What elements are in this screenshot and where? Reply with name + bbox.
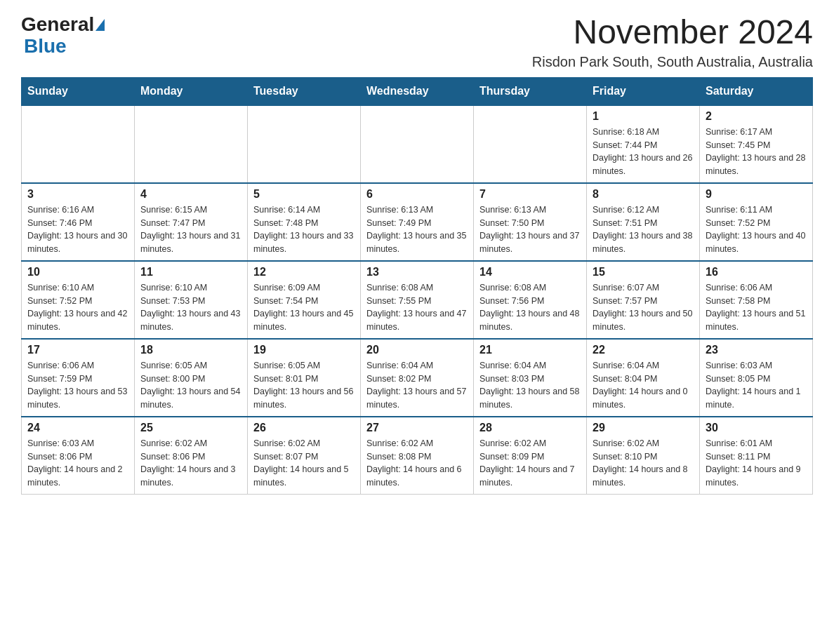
calendar-day-cell: 30Sunrise: 6:01 AM Sunset: 8:11 PM Dayli… bbox=[700, 417, 813, 495]
calendar-day-cell: 6Sunrise: 6:13 AM Sunset: 7:49 PM Daylig… bbox=[361, 183, 474, 261]
day-number: 4 bbox=[140, 188, 241, 201]
day-info: Sunrise: 6:16 AM Sunset: 7:46 PM Dayligh… bbox=[27, 203, 128, 256]
day-info: Sunrise: 6:04 AM Sunset: 8:03 PM Dayligh… bbox=[479, 359, 581, 412]
calendar-day-cell: 17Sunrise: 6:06 AM Sunset: 7:59 PM Dayli… bbox=[22, 339, 135, 417]
title-area: November 2024 Risdon Park South, South A… bbox=[532, 14, 813, 70]
day-info: Sunrise: 6:05 AM Sunset: 8:01 PM Dayligh… bbox=[253, 359, 355, 412]
calendar-day-cell bbox=[361, 105, 474, 183]
day-number: 23 bbox=[706, 344, 807, 356]
day-number: 27 bbox=[366, 422, 468, 434]
calendar-table: SundayMondayTuesdayWednesdayThursdayFrid… bbox=[21, 77, 813, 495]
calendar-column-header: Saturday bbox=[700, 77, 813, 105]
day-info: Sunrise: 6:06 AM Sunset: 7:59 PM Dayligh… bbox=[27, 359, 128, 412]
calendar-day-cell: 14Sunrise: 6:08 AM Sunset: 7:56 PM Dayli… bbox=[474, 261, 587, 339]
day-info: Sunrise: 6:11 AM Sunset: 7:52 PM Dayligh… bbox=[706, 203, 807, 256]
day-number: 22 bbox=[593, 344, 694, 356]
day-info: Sunrise: 6:13 AM Sunset: 7:49 PM Dayligh… bbox=[366, 203, 468, 256]
day-number: 14 bbox=[479, 266, 581, 279]
calendar-day-cell: 16Sunrise: 6:06 AM Sunset: 7:58 PM Dayli… bbox=[700, 261, 813, 339]
calendar-day-cell: 7Sunrise: 6:13 AM Sunset: 7:50 PM Daylig… bbox=[474, 183, 587, 261]
day-info: Sunrise: 6:09 AM Sunset: 7:54 PM Dayligh… bbox=[253, 281, 355, 334]
calendar-day-cell: 8Sunrise: 6:12 AM Sunset: 7:51 PM Daylig… bbox=[587, 183, 700, 261]
day-info: Sunrise: 6:03 AM Sunset: 8:05 PM Dayligh… bbox=[706, 359, 807, 412]
day-number: 8 bbox=[593, 188, 694, 201]
day-number: 17 bbox=[27, 344, 128, 356]
calendar-day-cell bbox=[248, 105, 361, 183]
month-title: November 2024 bbox=[532, 14, 813, 51]
day-info: Sunrise: 6:08 AM Sunset: 7:55 PM Dayligh… bbox=[366, 281, 468, 334]
calendar-day-cell: 28Sunrise: 6:02 AM Sunset: 8:09 PM Dayli… bbox=[474, 417, 587, 495]
calendar-week-row: 24Sunrise: 6:03 AM Sunset: 8:06 PM Dayli… bbox=[22, 417, 813, 495]
day-number: 24 bbox=[27, 422, 128, 434]
day-number: 26 bbox=[253, 422, 355, 434]
day-info: Sunrise: 6:02 AM Sunset: 8:10 PM Dayligh… bbox=[593, 437, 694, 490]
day-info: Sunrise: 6:04 AM Sunset: 8:02 PM Dayligh… bbox=[366, 359, 468, 412]
logo-general-text: General bbox=[21, 14, 94, 36]
day-number: 16 bbox=[706, 266, 807, 279]
day-info: Sunrise: 6:01 AM Sunset: 8:11 PM Dayligh… bbox=[706, 437, 807, 490]
calendar-day-cell: 23Sunrise: 6:03 AM Sunset: 8:05 PM Dayli… bbox=[700, 339, 813, 417]
day-number: 18 bbox=[140, 344, 241, 356]
calendar-week-row: 10Sunrise: 6:10 AM Sunset: 7:52 PM Dayli… bbox=[22, 261, 813, 339]
day-number: 5 bbox=[253, 188, 355, 201]
day-info: Sunrise: 6:02 AM Sunset: 8:09 PM Dayligh… bbox=[479, 437, 581, 490]
day-info: Sunrise: 6:15 AM Sunset: 7:47 PM Dayligh… bbox=[140, 203, 241, 256]
calendar-day-cell: 24Sunrise: 6:03 AM Sunset: 8:06 PM Dayli… bbox=[22, 417, 135, 495]
calendar-day-cell: 2Sunrise: 6:17 AM Sunset: 7:45 PM Daylig… bbox=[700, 105, 813, 183]
day-number: 11 bbox=[140, 266, 241, 279]
day-number: 12 bbox=[253, 266, 355, 279]
page-header: General Blue November 2024 Risdon Park S… bbox=[21, 14, 813, 70]
day-info: Sunrise: 6:17 AM Sunset: 7:45 PM Dayligh… bbox=[706, 126, 807, 178]
calendar-day-cell: 1Sunrise: 6:18 AM Sunset: 7:44 PM Daylig… bbox=[587, 105, 700, 183]
day-number: 13 bbox=[366, 266, 468, 279]
day-info: Sunrise: 6:14 AM Sunset: 7:48 PM Dayligh… bbox=[253, 203, 355, 256]
day-number: 7 bbox=[479, 188, 581, 201]
calendar-day-cell: 4Sunrise: 6:15 AM Sunset: 7:47 PM Daylig… bbox=[135, 183, 248, 261]
calendar-day-cell: 11Sunrise: 6:10 AM Sunset: 7:53 PM Dayli… bbox=[135, 261, 248, 339]
day-info: Sunrise: 6:06 AM Sunset: 7:58 PM Dayligh… bbox=[706, 281, 807, 334]
day-info: Sunrise: 6:04 AM Sunset: 8:04 PM Dayligh… bbox=[593, 359, 694, 412]
day-number: 1 bbox=[593, 110, 694, 123]
day-number: 20 bbox=[366, 344, 468, 356]
calendar-header-row: SundayMondayTuesdayWednesdayThursdayFrid… bbox=[22, 77, 813, 105]
calendar-day-cell: 9Sunrise: 6:11 AM Sunset: 7:52 PM Daylig… bbox=[700, 183, 813, 261]
day-number: 19 bbox=[253, 344, 355, 356]
calendar-day-cell: 20Sunrise: 6:04 AM Sunset: 8:02 PM Dayli… bbox=[361, 339, 474, 417]
day-info: Sunrise: 6:02 AM Sunset: 8:08 PM Dayligh… bbox=[366, 437, 468, 490]
calendar-day-cell: 29Sunrise: 6:02 AM Sunset: 8:10 PM Dayli… bbox=[587, 417, 700, 495]
day-info: Sunrise: 6:10 AM Sunset: 7:52 PM Dayligh… bbox=[27, 281, 128, 334]
day-number: 15 bbox=[593, 266, 694, 279]
day-info: Sunrise: 6:10 AM Sunset: 7:53 PM Dayligh… bbox=[140, 281, 241, 334]
day-number: 6 bbox=[366, 188, 468, 201]
calendar-week-row: 3Sunrise: 6:16 AM Sunset: 7:46 PM Daylig… bbox=[22, 183, 813, 261]
day-info: Sunrise: 6:03 AM Sunset: 8:06 PM Dayligh… bbox=[27, 437, 128, 490]
calendar-column-header: Tuesday bbox=[248, 77, 361, 105]
day-info: Sunrise: 6:13 AM Sunset: 7:50 PM Dayligh… bbox=[479, 203, 581, 256]
calendar-day-cell: 19Sunrise: 6:05 AM Sunset: 8:01 PM Dayli… bbox=[248, 339, 361, 417]
day-info: Sunrise: 6:02 AM Sunset: 8:07 PM Dayligh… bbox=[253, 437, 355, 490]
calendar-week-row: 17Sunrise: 6:06 AM Sunset: 7:59 PM Dayli… bbox=[22, 339, 813, 417]
logo-triangle-icon bbox=[95, 19, 105, 31]
calendar-day-cell: 27Sunrise: 6:02 AM Sunset: 8:08 PM Dayli… bbox=[361, 417, 474, 495]
day-info: Sunrise: 6:05 AM Sunset: 8:00 PM Dayligh… bbox=[140, 359, 241, 412]
day-info: Sunrise: 6:18 AM Sunset: 7:44 PM Dayligh… bbox=[593, 126, 694, 178]
calendar-column-header: Monday bbox=[135, 77, 248, 105]
day-info: Sunrise: 6:12 AM Sunset: 7:51 PM Dayligh… bbox=[593, 203, 694, 256]
calendar-day-cell: 22Sunrise: 6:04 AM Sunset: 8:04 PM Dayli… bbox=[587, 339, 700, 417]
day-number: 3 bbox=[27, 188, 128, 201]
calendar-day-cell: 3Sunrise: 6:16 AM Sunset: 7:46 PM Daylig… bbox=[22, 183, 135, 261]
day-number: 9 bbox=[706, 188, 807, 201]
day-info: Sunrise: 6:08 AM Sunset: 7:56 PM Dayligh… bbox=[479, 281, 581, 334]
calendar-day-cell: 18Sunrise: 6:05 AM Sunset: 8:00 PM Dayli… bbox=[135, 339, 248, 417]
day-number: 30 bbox=[706, 422, 807, 434]
calendar-column-header: Friday bbox=[587, 77, 700, 105]
day-number: 28 bbox=[479, 422, 581, 434]
calendar-column-header: Thursday bbox=[474, 77, 587, 105]
calendar-day-cell: 21Sunrise: 6:04 AM Sunset: 8:03 PM Dayli… bbox=[474, 339, 587, 417]
calendar-day-cell bbox=[135, 105, 248, 183]
calendar-week-row: 1Sunrise: 6:18 AM Sunset: 7:44 PM Daylig… bbox=[22, 105, 813, 183]
calendar-column-header: Sunday bbox=[22, 77, 135, 105]
calendar-day-cell bbox=[22, 105, 135, 183]
calendar-day-cell: 5Sunrise: 6:14 AM Sunset: 7:48 PM Daylig… bbox=[248, 183, 361, 261]
day-number: 2 bbox=[706, 110, 807, 123]
